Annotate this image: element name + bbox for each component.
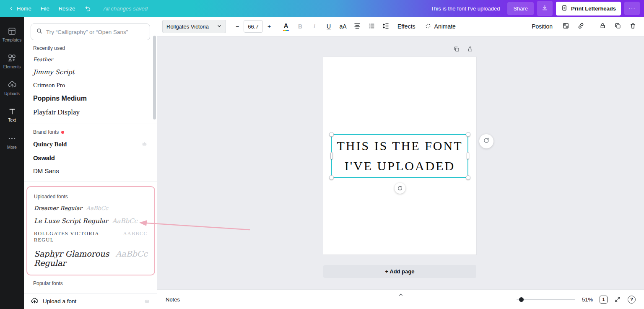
position-button[interactable]: Position — [527, 23, 557, 30]
increase-font-size-button[interactable]: + — [263, 20, 275, 33]
font-size-control: − 66.7 + — [231, 20, 275, 33]
resize-handle-left[interactable] — [330, 152, 333, 159]
export-page-icon[interactable] — [466, 46, 473, 54]
sidebar-item-templates[interactable]: Templates — [0, 21, 24, 48]
font-list-item[interactable]: Poppins Medium — [24, 92, 157, 105]
duplicate-button[interactable] — [611, 20, 624, 33]
cycle-button[interactable] — [479, 134, 493, 148]
font-list-item[interactable]: ROLLGATES VICTORIA REGUL AABBCC — [27, 228, 154, 246]
trash-icon — [629, 22, 636, 31]
font-list-item[interactable]: Quincy Bold — [24, 138, 157, 151]
sidebar-item-elements[interactable]: Elements — [0, 48, 24, 75]
status-bar: Notes 51% 1 ? — [157, 289, 644, 309]
text-case-button[interactable]: aA — [337, 20, 349, 33]
chevron-left-icon — [8, 5, 14, 11]
animate-button[interactable]: Animate — [421, 20, 460, 33]
more-options-button[interactable]: ··· — [624, 2, 640, 15]
document-icon — [561, 5, 568, 13]
sidebar-item-text[interactable]: Text — [0, 101, 24, 128]
font-list-item[interactable]: Dreamer Regular AaBbCc — [27, 202, 154, 214]
panel-scrollbar[interactable] — [153, 36, 156, 119]
upload-a-font-button[interactable]: Upload a font — [24, 293, 157, 309]
decrease-font-size-button[interactable]: − — [231, 20, 244, 33]
share-button[interactable]: Share — [507, 2, 534, 15]
lock-button[interactable] — [596, 20, 609, 33]
duplicate-page-icon[interactable] — [453, 46, 460, 54]
canvas-text-line1: THIS IS THE FONT — [337, 136, 463, 156]
font-list-item[interactable]: Saphyr Glamorous Regular AaBbCc — [27, 246, 154, 270]
italic-button[interactable]: I — [308, 20, 321, 33]
page-actions — [453, 46, 473, 54]
collapse-panel-button[interactable] — [397, 291, 404, 300]
line-spacing-button[interactable] — [379, 20, 392, 33]
fullscreen-button[interactable] — [614, 296, 621, 303]
link-button[interactable] — [574, 20, 587, 33]
resize-handle-bottom-right[interactable] — [466, 175, 470, 180]
zoom-slider[interactable] — [517, 296, 575, 302]
rotate-handle[interactable] — [395, 183, 405, 194]
font-list-item[interactable]: DM Sans — [24, 164, 157, 177]
text-align-button[interactable] — [351, 20, 364, 33]
sidebar-item-more[interactable]: More — [0, 128, 24, 155]
align-center-icon — [353, 22, 361, 31]
font-search-input[interactable] — [46, 29, 145, 35]
canvas-area[interactable]: THIS IS THE FONT I'VE UPLOADED + Add pag… — [157, 36, 644, 289]
zoom-thumb[interactable] — [519, 297, 524, 302]
font-sample: AaBbCc — [112, 217, 138, 225]
bold-button[interactable]: B — [294, 20, 306, 33]
font-size-input[interactable]: 66.7 — [244, 20, 263, 33]
font-list-item[interactable]: Le Luxe Script Regular AaBbCc — [27, 214, 154, 228]
help-button[interactable]: ? — [628, 296, 636, 304]
font-list-item[interactable]: Oswald — [24, 151, 157, 164]
section-popular-fonts: Popular fonts — [33, 280, 148, 286]
font-search[interactable] — [31, 23, 150, 40]
resize-handle-top-left[interactable] — [329, 132, 334, 137]
print-letterheads-button[interactable]: Print Letterheads — [556, 2, 621, 16]
top-bar-right: This is the font I've uploaded Share Pri… — [431, 1, 640, 16]
templates-icon — [8, 27, 16, 36]
delete-button[interactable] — [626, 20, 639, 33]
resize-handle-bottom-left[interactable] — [329, 175, 334, 180]
text-icon — [8, 107, 16, 116]
canvas-text-line2: I'VE UPLOADED — [345, 156, 455, 176]
download-button[interactable] — [537, 1, 553, 16]
text-color-button[interactable]: A — [280, 20, 292, 33]
underline-button[interactable]: U — [322, 20, 335, 33]
crown-icon — [144, 298, 150, 305]
selected-text-element[interactable]: THIS IS THE FONT I'VE UPLOADED — [331, 134, 468, 178]
undo-icon — [84, 5, 91, 12]
font-sample: AABBCC — [123, 231, 148, 237]
font-list-item[interactable]: Abhaya Libre Regular — [24, 289, 157, 293]
font-list-item[interactable]: Jimmy Script — [24, 65, 157, 79]
resize-handle-right[interactable] — [467, 152, 469, 159]
resize-menu[interactable]: Resize — [55, 3, 80, 14]
transparency-button[interactable] — [559, 20, 572, 33]
left-sidebar: Templates Elements Uploads Text More — [0, 17, 24, 309]
resize-handle-top-right[interactable] — [466, 132, 470, 137]
brand-fonts-badge — [61, 131, 64, 134]
document-title[interactable]: This is the font I've uploaded — [431, 5, 500, 12]
page-indicator[interactable]: 1 — [600, 296, 608, 304]
font-list-item[interactable]: Playfair Display — [24, 105, 157, 119]
transparency-icon — [562, 22, 569, 31]
file-menu[interactable]: File — [36, 3, 54, 14]
font-list-item[interactable]: Crimson Pro — [24, 79, 157, 92]
add-page-button[interactable]: + Add page — [323, 265, 476, 278]
font-family-selector[interactable]: Rollgates Victoria — [162, 20, 226, 33]
font-sample: AaBbCc — [86, 205, 108, 211]
font-list-item[interactable]: Feather — [24, 54, 157, 65]
notes-button[interactable]: Notes — [166, 296, 180, 303]
bullet-list-button[interactable] — [365, 20, 378, 33]
text-toolbar: Rollgates Victoria − 66.7 + A B I U aA — [157, 17, 644, 36]
refresh-icon — [483, 137, 490, 145]
section-brand-fonts: Brand fonts — [33, 129, 148, 135]
zoom-level[interactable]: 51% — [582, 296, 593, 303]
font-list: Recently used Feather Jimmy Script Crims… — [24, 17, 157, 293]
undo-button[interactable] — [80, 3, 96, 15]
effects-button[interactable]: Effects — [394, 20, 419, 33]
section-uploaded-fonts: Uploaded fonts — [34, 194, 145, 200]
canvas-text[interactable]: THIS IS THE FONT I'VE UPLOADED — [332, 135, 467, 177]
sidebar-item-uploads[interactable]: Uploads — [0, 75, 24, 101]
cloud-upload-icon — [31, 297, 39, 306]
home-button[interactable]: Home — [4, 3, 36, 14]
